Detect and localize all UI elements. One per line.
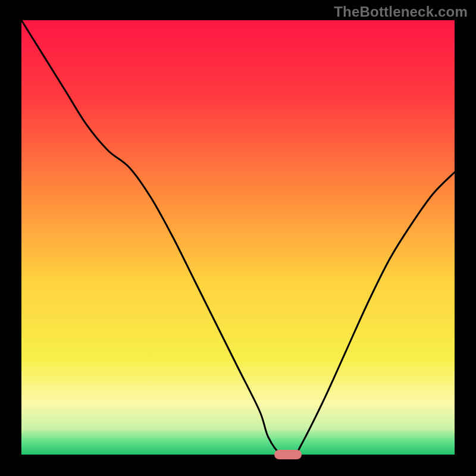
gradient-background xyxy=(21,20,455,455)
chart-frame: TheBottleneck.com xyxy=(0,0,476,476)
optimal-marker xyxy=(274,450,302,459)
plot-area xyxy=(21,20,455,455)
chart-svg xyxy=(21,20,455,455)
attribution-text: TheBottleneck.com xyxy=(334,4,468,20)
